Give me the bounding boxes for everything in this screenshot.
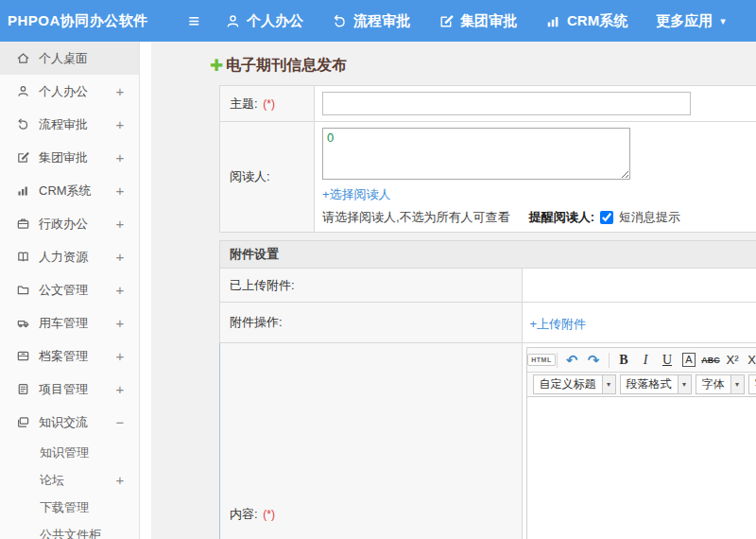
remind-readers-label: 提醒阅读人: <box>529 209 594 226</box>
bold-button[interactable]: B <box>614 350 634 370</box>
sidebar-item-个人办公[interactable]: 个人办公+ <box>0 75 139 108</box>
attachment-action-label: 附件操作: <box>230 315 283 329</box>
sms-notify-checkbox[interactable] <box>600 211 613 224</box>
content-label: 内容: <box>230 507 258 521</box>
page-title: ✚ 电子期刊信息发布 <box>210 56 756 76</box>
chart-icon <box>16 183 30 198</box>
sidebar-item-集团审批[interactable]: 集团审批+ <box>0 141 139 174</box>
sidebar-item-档案管理[interactable]: 档案管理+ <box>0 339 139 373</box>
superscript-button[interactable]: X² <box>723 350 743 370</box>
caret-down-icon: ▾ <box>602 375 615 393</box>
toolbar-separator <box>609 353 610 368</box>
collapse-minus-icon[interactable]: − <box>114 414 126 430</box>
sidebar-item-CRM系统[interactable]: CRM系统+ <box>0 174 139 207</box>
toolbar-separator <box>557 353 558 368</box>
undo-button[interactable]: ↶ <box>562 350 582 370</box>
car-icon <box>16 316 30 330</box>
home-icon <box>16 51 30 65</box>
expand-plus-icon[interactable]: + <box>114 149 126 165</box>
html-source-button[interactable]: HTML <box>532 350 552 370</box>
sidebar-subitem-下载管理[interactable]: 下载管理 <box>0 494 139 521</box>
sidebar-subitem-论坛[interactable]: 论坛+ <box>0 466 139 494</box>
subject-required-mark: (*) <box>263 97 275 111</box>
content-required-mark: (*) <box>263 508 275 521</box>
italic-button[interactable]: I <box>636 350 656 370</box>
topnav-item-更多应用[interactable]: 更多应用▾ <box>656 12 726 30</box>
sidebar: 个人桌面个人办公+流程审批+集团审批+CRM系统+行政办公+人力资源+公文管理+… <box>0 42 140 539</box>
sidebar-item-用车管理[interactable]: 用车管理+ <box>0 306 139 339</box>
upload-attachment-link[interactable]: +上传附件 <box>530 316 587 333</box>
sidebar-item-知识交流[interactable]: 知识交流− <box>0 406 139 439</box>
briefcase-icon <box>16 217 30 231</box>
topnav-item-集团审批[interactable]: 集团审批 <box>438 12 517 30</box>
uploaded-attachments-value <box>522 269 756 303</box>
font-border-button[interactable]: A <box>679 350 699 370</box>
archive-icon <box>16 349 30 363</box>
underline-button[interactable]: U <box>658 350 678 370</box>
topbar: PHPOA协同办公软件 ≡ 个人办公流程审批集团审批CRM系统更多应用▾ <box>0 0 756 42</box>
book-icon <box>16 250 30 264</box>
editor-content-area[interactable] <box>527 397 756 539</box>
expand-plus-icon[interactable]: + <box>114 315 126 331</box>
expand-plus-icon[interactable]: + <box>114 348 126 364</box>
topnav-item-CRM系统[interactable]: CRM系统 <box>545 12 627 30</box>
topnav-item-个人办公[interactable]: 个人办公 <box>225 12 303 30</box>
readers-label: 阅读人: <box>230 169 270 183</box>
redo-button[interactable]: ↷ <box>584 350 604 370</box>
font-size-select[interactable]: 字号▾ <box>748 374 756 394</box>
edit-icon <box>16 150 30 165</box>
subject-label: 主题: <box>230 96 258 111</box>
sidebar-item-行政办公[interactable]: 行政办公+ <box>0 207 139 240</box>
hamburger-menu-icon[interactable]: ≡ <box>180 11 208 30</box>
editor-toolbar-row2: 自定义标题▾段落格式▾字体▾字号▾ <box>527 373 756 397</box>
expand-plus-icon[interactable]: + <box>114 282 126 298</box>
readers-textarea[interactable]: 0 <box>322 128 630 180</box>
sidebar-item-流程审批[interactable]: 流程审批+ <box>0 108 139 141</box>
caret-down-icon: ▾ <box>730 375 744 393</box>
topnav-item-流程审批[interactable]: 流程审批 <box>332 12 410 30</box>
select-readers-link[interactable]: +选择阅读人 <box>322 186 391 203</box>
font-family-select[interactable]: 字体▾ <box>696 374 745 394</box>
main-content: ✚ 电子期刊信息发布 主题: (*) 阅读人: 0 +选择阅读人 请选择阅读人,… <box>151 42 756 539</box>
user-icon <box>225 13 241 29</box>
expand-plus-icon[interactable]: + <box>114 472 126 488</box>
topbar-nav: 个人办公流程审批集团审批CRM系统更多应用▾ <box>225 12 726 30</box>
expand-plus-icon[interactable]: + <box>114 381 126 397</box>
strikethrough-button[interactable]: ABC <box>701 350 721 370</box>
readers-hint-text: 请选择阅读人,不选为所有人可查看 <box>322 209 510 226</box>
sidebar-item-人力资源[interactable]: 人力资源+ <box>0 240 139 273</box>
caret-down-icon: ▾ <box>678 375 691 393</box>
sidebar-subitem-知识管理[interactable]: 知识管理 <box>0 439 139 466</box>
attachment-action-row: 附件操作: +上传附件 <box>220 303 756 343</box>
sidebar-gutter <box>141 42 151 539</box>
readers-row: 阅读人: 0 +选择阅读人 请选择阅读人,不选为所有人可查看 提醒阅读人: 短消… <box>220 122 756 233</box>
paragraph-format-select[interactable]: 段落格式▾ <box>620 374 692 394</box>
uploaded-attachments-row: 已上传附件: <box>220 269 756 303</box>
user-icon <box>16 84 30 98</box>
attachment-content-table: 附件设置 已上传附件: 附件操作: +上传附件 内容: (*) HTML↶↷BI… <box>219 240 756 539</box>
app-brand: PHPOA协同办公软件 <box>0 12 180 30</box>
subject-input[interactable] <box>322 92 691 115</box>
workflow-icon <box>16 117 30 131</box>
page-title-text: 电子期刊信息发布 <box>226 56 347 76</box>
expand-plus-icon[interactable]: + <box>114 216 126 232</box>
attachment-section-title: 附件设置 <box>220 241 756 269</box>
editor-toolbar-row1: HTML↶↷BIUAABCX²X₂✒✦▾“TA▾✎▾▾ <box>527 348 756 373</box>
subscript-button[interactable]: X₂ <box>745 350 756 370</box>
expand-plus-icon[interactable]: + <box>114 249 126 265</box>
sidebar-item-项目管理[interactable]: 项目管理+ <box>0 373 139 406</box>
expand-plus-icon[interactable]: + <box>114 183 126 199</box>
chat-icon <box>16 415 30 429</box>
expand-plus-icon[interactable]: + <box>114 116 126 132</box>
project-icon <box>16 382 30 396</box>
expand-plus-icon[interactable]: + <box>114 83 126 99</box>
folder-icon <box>16 283 30 297</box>
sidebar-item-公文管理[interactable]: 公文管理+ <box>0 273 139 306</box>
sidebar-subitem-公共文件柜[interactable]: 公共文件柜 <box>0 521 139 539</box>
sidebar-item-个人桌面[interactable]: 个人桌面 <box>0 42 139 75</box>
add-plus-icon: ✚ <box>210 56 223 76</box>
attachment-section-row: 附件设置 <box>220 241 756 269</box>
caret-down-icon: ▾ <box>720 15 726 27</box>
subject-row: 主题: (*) <box>220 86 756 122</box>
custom-title-select[interactable]: 自定义标题▾ <box>533 374 616 394</box>
